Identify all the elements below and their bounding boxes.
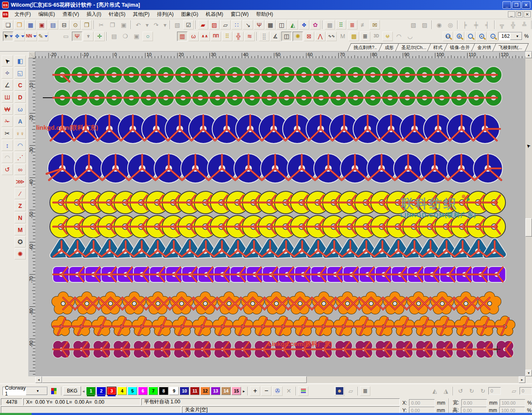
print-button[interactable]: ⊟ bbox=[59, 20, 69, 30]
dim-picture-button[interactable]: ▩ bbox=[325, 20, 335, 30]
zoom-1to1-button[interactable]: 1:1 bbox=[443, 32, 453, 41]
flyout-arrow-icon[interactable] bbox=[21, 35, 25, 37]
menu-item-10[interactable]: 帮助(H) bbox=[252, 10, 277, 19]
zoom-fit-button[interactable]: 0 bbox=[454, 32, 464, 41]
flyout-arrow-icon[interactable] bbox=[33, 35, 37, 37]
vscroll-up-button[interactable]: ▴ bbox=[525, 52, 532, 58]
reshape-box-tool[interactable]: ◱ bbox=[15, 67, 26, 79]
offset-tool[interactable]: ❍ bbox=[120, 32, 131, 41]
color-list-button[interactable] bbox=[298, 386, 308, 396]
dot-matrix-button[interactable]: ▩ bbox=[349, 32, 359, 41]
align-right-button[interactable]: ╡ bbox=[482, 20, 493, 30]
unlock-button[interactable]: ◎ bbox=[445, 20, 456, 30]
chain-link-tool[interactable]: ∞ bbox=[15, 164, 26, 175]
palette-color-3[interactable]: 3 bbox=[107, 387, 116, 395]
palette-color-8[interactable]: 8 bbox=[159, 387, 168, 395]
view-3d-button[interactable]: 3D bbox=[371, 32, 382, 41]
mirror-figures-tool[interactable]: ♀♀ bbox=[15, 128, 26, 139]
align-middle-button[interactable]: ╬ bbox=[508, 20, 518, 30]
minimize-button[interactable]: _ bbox=[502, 1, 511, 9]
mesh-disabled-button[interactable]: ≢ bbox=[358, 20, 369, 30]
sequin-arc-tool[interactable]: ◠ bbox=[15, 140, 26, 151]
palette-color-10[interactable]: 10 bbox=[180, 387, 189, 395]
edit-color-button[interactable]: ▱ bbox=[345, 386, 356, 396]
skew-input[interactable]: 0 bbox=[520, 387, 532, 395]
palette-color-7[interactable]: 7 bbox=[148, 387, 158, 395]
circle-star-tool[interactable]: ✪ bbox=[15, 236, 26, 247]
rotate-ccw-button[interactable]: ↺ bbox=[455, 386, 466, 396]
loop-a-button[interactable]: ◠ bbox=[394, 32, 404, 41]
measure-vertical-tool[interactable]: ↕ bbox=[2, 140, 13, 151]
scissors-fork-tool[interactable]: ✂ bbox=[2, 128, 13, 139]
tatami-stitch-button[interactable]: ΠΠ bbox=[211, 32, 221, 41]
scale-x-input[interactable]: 100.00 bbox=[500, 399, 525, 406]
hscroll-thumb[interactable] bbox=[42, 376, 307, 383]
closed-shape-button[interactable]: ▱ bbox=[220, 20, 231, 30]
satin-stitch-button[interactable]: ▥ bbox=[177, 32, 187, 41]
show-outline-dots-button[interactable]: ⣿ bbox=[259, 32, 269, 41]
polygon-frame-a-button[interactable]: ▧ bbox=[408, 20, 419, 30]
undo-menu-button[interactable]: ▾ bbox=[144, 20, 150, 30]
apply-colors-button[interactable]: ✇ bbox=[272, 386, 283, 396]
travel-tool[interactable]: NN bbox=[26, 32, 37, 41]
palette-color-1[interactable]: 1 bbox=[86, 387, 96, 395]
new-file-button[interactable]: ❏ bbox=[3, 20, 13, 30]
bkg-button[interactable]: BKG bbox=[63, 386, 81, 395]
restore-button[interactable]: ❐ bbox=[512, 1, 521, 9]
sequin-c-tool[interactable]: C bbox=[15, 79, 26, 91]
palette-scroll-left-icon[interactable]: ◂ bbox=[81, 389, 86, 393]
rotate-cw-button[interactable]: ↻ bbox=[466, 386, 477, 396]
skew-button[interactable]: ▱ bbox=[509, 386, 519, 396]
vscroll-down-button[interactable]: ▾ bbox=[525, 370, 532, 376]
peak-stitch-button[interactable]: ⋀ bbox=[315, 32, 325, 41]
overlap-shapes-button[interactable]: ❖ bbox=[299, 20, 309, 30]
triple-run-tool[interactable]: ⋙ bbox=[15, 176, 26, 187]
design-canvas[interactable]: linkgd.com(联科广东) Linkgd.com(联科广东) 联科纺织 L… bbox=[35, 58, 525, 376]
select-tool[interactable]: ➤ bbox=[3, 32, 13, 41]
m-underlay-button[interactable]: Μ bbox=[337, 32, 348, 41]
sequin-ring-tool[interactable]: ○ bbox=[143, 32, 153, 41]
menu-item-4[interactable]: 针迹(S) bbox=[105, 10, 129, 19]
hoop-frame-button[interactable]: ◫ bbox=[276, 20, 287, 30]
send-design-button[interactable]: ✉ bbox=[369, 20, 380, 30]
dense-zigzag-button[interactable]: ∿∿ bbox=[326, 32, 337, 41]
add-color-button[interactable]: + bbox=[250, 386, 260, 396]
menu-item-5[interactable]: 其他(P) bbox=[129, 10, 153, 19]
doc-close-button[interactable]: ✕ bbox=[524, 11, 531, 17]
reshape-object-tool-2[interactable]: ◧ bbox=[15, 55, 26, 67]
align-top-button[interactable]: ╦ bbox=[497, 20, 507, 30]
hscroll-left-button[interactable]: ◂ bbox=[35, 376, 42, 383]
zoom-in-button[interactable]: + bbox=[476, 32, 487, 41]
fan-shape-tool[interactable]: ◠ bbox=[2, 152, 13, 163]
generate-tool[interactable]: ▤ bbox=[109, 32, 119, 41]
save-file-button[interactable]: ▦ bbox=[25, 20, 36, 30]
palette-color-4[interactable]: 4 bbox=[117, 387, 127, 395]
orange-flower-row-a[interactable] bbox=[52, 292, 501, 314]
palette-color-11[interactable]: 11 bbox=[190, 387, 200, 395]
options-check-button[interactable]: ☑ bbox=[183, 20, 194, 30]
function-tab-0[interactable]: 挑点刺绣?.. bbox=[347, 43, 384, 51]
doc-minimize-button[interactable]: _ bbox=[508, 11, 515, 17]
reshape-node-tool[interactable]: ∠ bbox=[2, 79, 13, 91]
mirror-horizontal-button[interactable]: ◭ bbox=[429, 386, 440, 396]
paste-button[interactable]: ▣ bbox=[118, 20, 129, 30]
colorway-select[interactable]: Colorway 1 ▼ bbox=[2, 387, 48, 395]
palette-color-12[interactable]: 12 bbox=[200, 387, 210, 395]
menu-item-7[interactable]: 图象(G) bbox=[177, 10, 202, 19]
select-arrow-tool[interactable]: ➤ bbox=[2, 55, 13, 67]
navy-disc-row-a[interactable] bbox=[48, 114, 500, 143]
palette-color-15[interactable]: 15 bbox=[232, 387, 241, 395]
palette-color-5[interactable]: 5 bbox=[128, 387, 137, 395]
palette-color-6[interactable]: 6 bbox=[138, 387, 148, 395]
redo-button[interactable]: ↷ bbox=[151, 20, 161, 30]
flyout-arrow-icon[interactable] bbox=[10, 35, 13, 37]
grid-cross-button[interactable]: ⊠ bbox=[304, 32, 314, 41]
teal-triangle-row[interactable] bbox=[53, 241, 503, 257]
palette-color-13[interactable]: 13 bbox=[211, 387, 220, 395]
sequin-d-tool[interactable]: D bbox=[15, 91, 26, 103]
zoom-dropdown-icon[interactable]: ▼ bbox=[510, 32, 522, 40]
navy-disc-row-b[interactable] bbox=[47, 154, 502, 183]
add-node-tool[interactable]: ✛ bbox=[94, 32, 105, 41]
zoom-level-combo[interactable]: 162▼ bbox=[498, 32, 522, 40]
sequin-run-button[interactable]: ▰ bbox=[198, 20, 208, 30]
